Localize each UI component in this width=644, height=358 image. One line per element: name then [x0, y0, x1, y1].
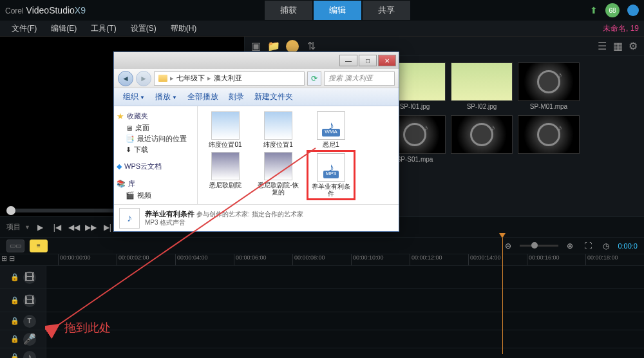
tree-favorites[interactable]: ★收藏夹 [117, 110, 194, 122]
title-bar: Corel VideoStudioX9 捕获 编辑 共享 ⬆ 68 [0, 0, 644, 21]
storyboard-mode-button[interactable]: ▭▭ [6, 240, 24, 252]
lock-icon[interactable]: 🔒 [10, 296, 19, 305]
lock-icon[interactable]: 🔒 [10, 335, 19, 344]
nav-forward-button[interactable]: ► [136, 71, 151, 86]
file-item[interactable]: ♪WMA悉尼1 [308, 111, 354, 148]
tab-edit[interactable]: 编辑 [313, 0, 362, 21]
upload-arrow-icon[interactable]: ⬆ [590, 5, 598, 15]
minimize-button[interactable]: — [339, 55, 357, 66]
toolbar-burn[interactable]: 刻录 [225, 90, 248, 104]
view-list-icon[interactable]: ☰ [596, 41, 608, 52]
video-track[interactable]: 🔒🎞 [0, 265, 644, 288]
tab-capture[interactable]: 捕获 [264, 0, 313, 21]
menu-help[interactable]: 帮助(H) [164, 21, 204, 36]
voice-track-icon: 🎤 [23, 333, 36, 346]
play-button[interactable]: ▶ [34, 221, 47, 234]
close-button[interactable]: ✕ [378, 55, 396, 66]
menu-file[interactable]: 文件(F) [5, 21, 43, 36]
tab-share[interactable]: 共享 [362, 0, 411, 21]
library-add-icon[interactable]: ▣ [250, 41, 261, 52]
lock-icon[interactable]: 🔒 [10, 317, 19, 326]
tree-library[interactable]: 📚库 [117, 178, 194, 190]
menu-bar: 文件(F) 编辑(E) 工具(T) 设置(S) 帮助(H) 未命名, 19 [0, 21, 644, 36]
forward-button[interactable]: ▶▶ [84, 221, 97, 234]
tree-downloads[interactable]: ⬇下载 [117, 144, 194, 155]
view-grid-icon[interactable]: ▦ [612, 41, 623, 52]
explorer-titlebar[interactable]: — □ ✕ [114, 52, 399, 69]
menu-settings[interactable]: 设置(S) [124, 21, 163, 36]
timeline-ruler[interactable]: ⊞ ⊟ 00:00:00:00 00:00:02:00 00:00:04:00 … [0, 254, 644, 265]
music-track[interactable]: 🔒♪ [0, 348, 644, 358]
file-explorer-window: — □ ✕ ◄ ► ▸ 七年级下 ▸ 澳大利亚 ⟳ 搜索 澳大利亚 组织▼ 播放… [113, 52, 399, 232]
next-frame-button[interactable]: ▶| [101, 221, 114, 234]
timeline-mode-bar: ▭▭ ≡ ⊖ ⊕ ⛶ ◷ 0:00:0 [0, 237, 644, 254]
music-track-icon: ♪ [23, 351, 36, 359]
explorer-search[interactable]: 搜索 澳大利亚 [324, 71, 395, 86]
lock-icon[interactable]: 🔒 [10, 353, 19, 359]
file-item[interactable]: 纬度位置1 [256, 111, 301, 148]
timeline-tracks: 🔒🎞 🔒🎞 🔒T 🔒🎤 🔒♪ [0, 265, 644, 358]
globe-icon[interactable] [627, 5, 639, 16]
nav-back-button[interactable]: ◄ [118, 71, 133, 86]
overlay-track-icon: 🎞 [23, 294, 36, 307]
tree-wps[interactable]: ◆WPS云文档 [117, 160, 194, 173]
tree-desktop[interactable]: 🖥桌面 [117, 122, 194, 133]
project-name: 未命名, 19 [603, 23, 639, 34]
video-track-icon: 🎞 [23, 271, 36, 284]
menu-tools[interactable]: 工具(T) [84, 21, 122, 36]
refresh-button[interactable]: ⟳ [307, 71, 321, 86]
library-item[interactable] [518, 115, 580, 163]
folder-icon [158, 75, 167, 82]
view-gear-icon[interactable]: ⚙ [627, 41, 639, 52]
notification-badge[interactable]: 68 [605, 3, 620, 17]
library-music-icon[interactable] [286, 40, 299, 53]
zoom-in-button[interactable]: ⊕ [564, 240, 576, 252]
zoom-out-button[interactable]: ⊖ [502, 240, 515, 252]
status-file-icon: ♪ [119, 208, 140, 229]
explorer-status-bar: ♪ 养羊业有利条件 参与创作的艺术家: 指定合作的艺术家 MP3 格式声音 [114, 204, 399, 231]
overlay-track[interactable]: 🔒🎞 [0, 288, 644, 312]
rewind-button[interactable]: ◀◀ [68, 221, 80, 234]
toolbar-organize[interactable]: 组织▼ [119, 90, 149, 104]
timecode-display: 0:00:0 [618, 242, 638, 250]
toolbar-playall[interactable]: 全部播放 [184, 90, 222, 104]
lock-icon[interactable]: 🔒 [10, 273, 19, 282]
title-track-icon: T [23, 315, 36, 328]
playback-mode-label[interactable]: 项目 [6, 222, 21, 232]
file-item-selected[interactable]: ♪MP3养羊业有利条件 [308, 152, 354, 198]
timeline-mode-button[interactable]: ≡ [30, 240, 48, 252]
annotation-text: 拖到此处 [64, 320, 111, 335]
seek-knob[interactable] [6, 206, 15, 215]
prev-frame-button[interactable]: |◀ [51, 221, 64, 234]
toolbar-newfolder[interactable]: 新建文件夹 [251, 90, 297, 104]
titlebar-right: ⬆ 68 [590, 3, 639, 17]
library-item[interactable]: SP-M01.mpa [518, 62, 580, 110]
explorer-file-list: 纬度位置01 纬度位置1 ♪WMA悉尼1 悉尼歌剧院 悉尼歌剧院-恢复的 ♪MP… [198, 106, 399, 204]
mode-tabs: 捕获 编辑 共享 [264, 0, 411, 21]
maximize-button[interactable]: □ [359, 55, 377, 66]
library-item[interactable] [451, 115, 513, 163]
library-item[interactable]: SP-I02.jpg [451, 62, 513, 110]
library-view-switch: ☰ ▦ ⚙ [596, 41, 639, 52]
zoom-fit-button[interactable]: ⛶ [582, 240, 594, 252]
tree-recent[interactable]: 📑最近访问的位置 [117, 133, 194, 144]
tree-video[interactable]: 🎬视频 [117, 190, 194, 201]
library-sort-icon[interactable]: ⇅ [305, 41, 317, 52]
file-item[interactable]: 纬度位置01 [203, 111, 248, 148]
explorer-toolbar: 组织▼ 播放▼ 全部播放 刻录 新建文件夹 [114, 88, 399, 106]
explorer-tree: ★收藏夹 🖥桌面 📑最近访问的位置 ⬇下载 ◆WPS云文档 📚库 🎬视频 [114, 106, 198, 204]
file-item[interactable]: 悉尼歌剧院-恢复的 [256, 152, 301, 198]
clock-icon[interactable]: ◷ [600, 240, 612, 252]
library-folder-icon[interactable]: 📁 [268, 41, 279, 52]
timeline-playhead[interactable] [502, 238, 503, 354]
app-logo: Corel VideoStudioX9 [5, 5, 86, 15]
file-item[interactable]: 悉尼歌剧院 [203, 152, 248, 198]
zoom-slider[interactable] [520, 245, 558, 247]
toolbar-play[interactable]: 播放▼ [151, 90, 181, 104]
explorer-nav: ◄ ► ▸ 七年级下 ▸ 澳大利亚 ⟳ 搜索 澳大利亚 [114, 69, 399, 88]
menu-edit[interactable]: 编辑(E) [44, 21, 83, 36]
address-bar[interactable]: ▸ 七年级下 ▸ 澳大利亚 [154, 71, 305, 86]
